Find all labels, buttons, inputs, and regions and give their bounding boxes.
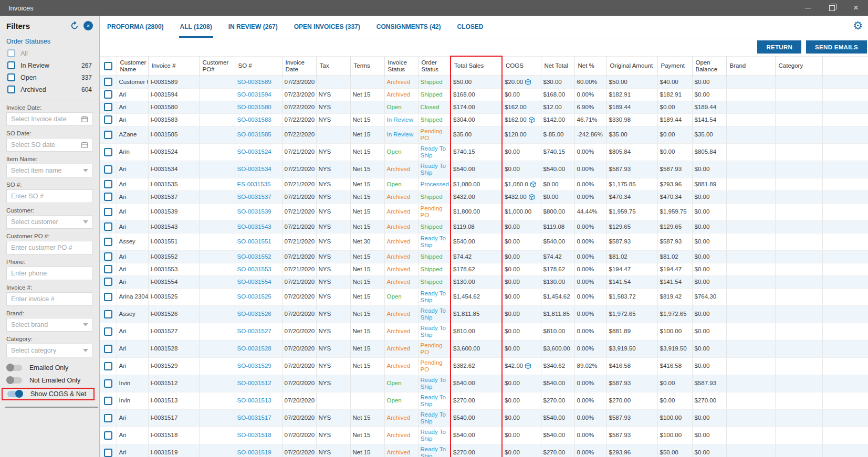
table-row[interactable]: AriI-0031518SO-003151807/20/2020NYSNet 1… [100, 427, 868, 444]
order-status-in-review[interactable]: In Review267 [0, 59, 99, 71]
row-checkbox[interactable] [104, 222, 112, 231]
package-icon[interactable] [525, 79, 531, 86]
row-checkbox[interactable] [104, 345, 112, 353]
brand-input[interactable]: Select brand [6, 318, 93, 332]
tab-open-invoices[interactable]: OPEN INVOICES (337) [293, 16, 361, 38]
tab-in-review[interactable]: IN REVIEW (267) [227, 16, 279, 38]
table-row[interactable]: AZaneI-0031585SO-003158507/22/2020Net 15… [100, 126, 868, 143]
order-status-open[interactable]: Open337 [0, 71, 99, 83]
table-row[interactable]: IrvinI-0031512SO-003151207/20/2020NYSOpe… [100, 375, 868, 392]
so-link[interactable]: SO-0031539 [237, 208, 271, 215]
send-emails-button[interactable]: SEND EMAILS [806, 40, 867, 54]
item-name-input[interactable]: Select item name [6, 164, 93, 177]
return-button[interactable]: RETURN [757, 40, 801, 54]
row-checkbox[interactable] [104, 362, 112, 370]
table-row[interactable]: Customer 6I-0031589SO-003158907/23/2020A… [100, 76, 868, 88]
customer-po-input[interactable]: Enter customer PO # [6, 241, 93, 254]
so-link[interactable]: SO-0031534 [237, 166, 271, 172]
col-header-original-amount[interactable]: Original Amount [606, 56, 657, 76]
row-checkbox[interactable] [104, 379, 112, 388]
row-checkbox[interactable] [104, 310, 112, 318]
gear-icon[interactable]: ⚙ [853, 20, 863, 31]
row-checkbox[interactable] [104, 131, 112, 139]
table-row[interactable]: AriI-0031517SO-003151707/20/2020NYSNet 1… [100, 409, 868, 427]
so-link[interactable]: SO-0031526 [237, 311, 271, 317]
checkbox-in-review[interactable] [7, 61, 15, 69]
row-checkbox[interactable] [104, 278, 112, 286]
col-header-invoice-status[interactable]: Invoice Status [384, 56, 418, 76]
col-header-invoice-date[interactable]: Invoice Date [282, 56, 316, 76]
table-row[interactable]: AriI-0031539SO-003153907/21/2020NYSNet 1… [100, 203, 868, 220]
row-checkbox[interactable] [104, 208, 112, 216]
table-row[interactable]: AsseyI-0031551SO-003155107/21/2020NYSNet… [100, 233, 868, 250]
emailed-only-toggle[interactable] [6, 365, 22, 371]
show-cogs-net-toggle[interactable] [7, 391, 23, 397]
so-link[interactable]: SO-0031554 [237, 279, 271, 285]
so-link[interactable]: SO-0031553 [237, 266, 271, 272]
row-checkbox[interactable] [104, 293, 112, 301]
not-emailed-only-toggle[interactable] [6, 377, 22, 384]
row-checkbox[interactable] [104, 431, 112, 440]
package-icon[interactable] [525, 363, 531, 369]
package-icon[interactable] [528, 116, 535, 123]
tab-proforma[interactable]: PROFORMA (2800) [106, 16, 165, 38]
row-checkbox[interactable] [104, 180, 112, 188]
tab-consignments[interactable]: CONSIGNMENTS (42) [375, 16, 442, 38]
table-row[interactable]: AsseyI-0031526SO-003152607/20/2020NYSNet… [100, 305, 868, 323]
col-header-so[interactable]: SO # [235, 56, 282, 76]
table-row[interactable]: AriI-0031528SO-003152807/20/2020NYSNet 1… [100, 340, 868, 357]
row-checkbox[interactable] [104, 78, 112, 86]
so-link[interactable]: SO-0031543 [237, 224, 271, 230]
category-input[interactable]: Select category [6, 344, 93, 357]
order-status-all[interactable]: All [0, 47, 99, 59]
so-link[interactable]: SO-0031518 [237, 432, 271, 438]
so-date-input[interactable]: Select SO date [6, 138, 93, 152]
table-row[interactable]: AriI-0031553SO-003155307/21/2020NYSNet 1… [100, 263, 868, 275]
col-header-customer-name[interactable]: Customer Name [117, 56, 148, 76]
so-link[interactable]: SO-0031529 [237, 363, 271, 369]
invoice-date-input[interactable]: Select Invoice date [6, 112, 93, 126]
row-checkbox[interactable] [104, 193, 112, 201]
col-header-tax[interactable]: Tax [316, 56, 350, 76]
refresh-icon[interactable] [70, 21, 79, 30]
row-checkbox[interactable] [104, 115, 112, 124]
row-checkbox[interactable] [104, 165, 112, 174]
restore-button[interactable] [820, 0, 844, 16]
checkbox-archived[interactable] [7, 86, 15, 93]
table-row[interactable]: IrvinI-0031513SO-003151307/20/2020OpenRe… [100, 392, 868, 409]
col-header-order-status[interactable]: Order Status [418, 56, 451, 76]
col-header-net-total[interactable]: Net Total [541, 56, 574, 76]
col-header-terms[interactable]: Terms [350, 56, 384, 76]
row-checkbox[interactable] [104, 265, 112, 273]
col-header-payment[interactable]: Payment [657, 56, 692, 76]
invoice-input[interactable]: Enter invoice # [6, 292, 93, 306]
col-header-open-balance[interactable]: Open Balance [692, 56, 726, 76]
close-button[interactable]: × [844, 0, 868, 16]
so-link[interactable]: SO-0031594 [237, 91, 271, 98]
table-row[interactable]: AriI-0031554SO-003155407/21/2020NYSNet 1… [100, 275, 868, 288]
tab-all[interactable]: ALL (1208) [179, 16, 213, 38]
row-checkbox[interactable] [104, 252, 112, 261]
so-link[interactable]: SO-0031552 [237, 253, 271, 260]
so-link[interactable]: SO-0031585 [237, 131, 271, 137]
checkbox-all[interactable] [7, 49, 15, 57]
table-row[interactable]: AriI-0031543SO-003154307/21/2020NYSNet 1… [100, 220, 868, 233]
so-link[interactable]: SO-0031513 [237, 397, 271, 403]
package-icon[interactable] [530, 181, 537, 188]
table-row[interactable]: AriI-0031583SO-003158307/22/2020NYSNet 1… [100, 113, 868, 126]
so-link[interactable]: SO-0031551 [237, 238, 271, 245]
row-checkbox[interactable] [104, 238, 112, 246]
close-filters-icon[interactable]: × [83, 21, 93, 30]
col-header-net[interactable]: Net % [574, 56, 606, 76]
so-link[interactable]: SO-0031528 [237, 345, 271, 352]
table-row[interactable]: AriI-0031535ES-003153507/21/2020NYSNet 1… [100, 178, 868, 190]
customer-input[interactable]: Select customer [6, 215, 93, 229]
col-header-invoice[interactable]: Invoice # [148, 56, 199, 76]
calendar-icon[interactable] [81, 115, 88, 123]
calendar-icon[interactable] [81, 141, 88, 148]
col-header-total-sales[interactable]: Total Sales [451, 56, 502, 76]
checkbox-open[interactable] [7, 73, 15, 81]
so-link[interactable]: SO-0031589 [237, 79, 271, 85]
row-checkbox[interactable] [104, 414, 112, 422]
table-row[interactable]: AriI-0031594SO-003159407/23/2020NYSNet 1… [100, 88, 868, 101]
